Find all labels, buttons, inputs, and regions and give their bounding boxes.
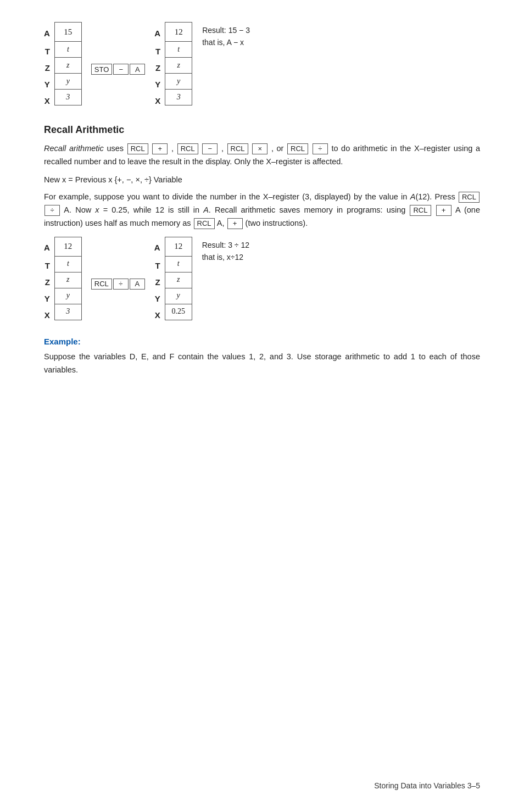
- left-stack-labels-1: A T Z Y X: [44, 22, 52, 109]
- y-label-left-1: Y: [44, 76, 52, 92]
- second-diagram-row: A T Z Y X 12 t z y 3 RCL ÷ A A T Z Y X 1…: [44, 237, 480, 324]
- y-cell-right-2: y: [165, 288, 192, 304]
- example-paragraph: For example, suppose you want to divide …: [44, 191, 480, 230]
- z-cell-right-2: z: [165, 272, 192, 288]
- y-cell-left-2: y: [54, 288, 82, 304]
- t-cell-left-2: t: [54, 256, 82, 272]
- z-label-right-2: Z: [154, 274, 163, 291]
- comma-2: ,: [221, 144, 227, 153]
- minus-key-2[interactable]: −: [202, 143, 218, 154]
- t-cell-left-1: t: [54, 41, 82, 58]
- result-text-1: Result: 15 − 3 that is, A − x: [202, 22, 250, 49]
- result-line2-2: that is, x÷12: [202, 251, 249, 263]
- x-cell-left-1: 3: [54, 89, 82, 105]
- right-stack-group-1: A T Z Y X 12 t z y 3: [154, 22, 192, 109]
- rcl-key-7[interactable]: RCL: [194, 218, 215, 229]
- left-stack-labels-2: A T Z Y X: [44, 237, 52, 324]
- rcl-key-6[interactable]: RCL: [410, 205, 431, 216]
- t-label-left-1: T: [44, 43, 52, 59]
- a-cell-left-1: 15: [54, 22, 82, 42]
- comma-3: , or: [271, 144, 287, 153]
- t-label-right-1: T: [154, 43, 163, 59]
- recall-uses: uses: [107, 144, 126, 153]
- z-label-left-2: Z: [44, 274, 52, 291]
- t-label-left-2: T: [44, 258, 52, 274]
- left-stack-group-1: A T Z Y X 15 t z y 3: [44, 22, 82, 109]
- plus-key-2[interactable]: +: [436, 205, 451, 216]
- x-label-right-2: X: [154, 307, 163, 324]
- div-key-1[interactable]: ÷: [313, 143, 328, 154]
- z-cell-right-1: z: [165, 57, 192, 74]
- rcl-key-8[interactable]: RCL: [91, 279, 112, 290]
- right-stack-labels-2: A T Z Y X: [154, 237, 163, 324]
- t-cell-right-1: t: [165, 41, 192, 58]
- minus-key-1[interactable]: −: [113, 64, 129, 75]
- rcl-key-3[interactable]: RCL: [227, 143, 248, 154]
- x-label-left-1: X: [44, 92, 52, 109]
- comma-1: ,: [171, 144, 177, 153]
- a-label-right-1: A: [154, 23, 163, 43]
- result-line1-2: Result: 3 ÷ 12: [202, 239, 249, 251]
- right-stack-cells-1: 12 t z y 3: [165, 22, 192, 105]
- example-text4: A,: [217, 219, 227, 227]
- y-label-left-2: Y: [44, 291, 52, 307]
- z-cell-left-1: z: [54, 57, 82, 74]
- div-key-2[interactable]: ÷: [44, 205, 60, 216]
- left-stack-cells-2: 12 t z y 3: [54, 237, 82, 320]
- a-cell-left-2: 12: [54, 237, 82, 257]
- first-diagram-row: A T Z Y X 15 t z y 3 STO − A A T Z Y X 1…: [44, 22, 480, 109]
- left-stack-group-2: A T Z Y X 12 t z y 3: [44, 237, 82, 324]
- example-text-begin: For example, suppose you want to divide …: [44, 192, 458, 201]
- div-key-3[interactable]: ÷: [113, 279, 129, 290]
- t-label-right-2: T: [154, 258, 163, 274]
- a-key-1[interactable]: A: [130, 64, 145, 75]
- left-stack-cells-1: 15 t z y 3: [54, 22, 82, 105]
- ops-area-2: RCL ÷ A: [91, 279, 146, 290]
- ops-area-1: STO − A: [91, 64, 146, 75]
- right-stack-cells-2: 12 t z y 0.25: [165, 237, 192, 320]
- example-label: Example:: [44, 337, 480, 346]
- y-cell-left-1: y: [54, 73, 82, 90]
- a-cell-right-1: 12: [165, 22, 192, 42]
- a-label-left-1: A: [44, 23, 52, 43]
- right-stack-group-2: A T Z Y X 12 t z y 0.25: [154, 237, 192, 324]
- x-cell-left-2: 3: [54, 304, 82, 320]
- times-key[interactable]: ×: [252, 143, 267, 154]
- rcl-key-5[interactable]: RCL: [459, 192, 480, 203]
- a-key-2[interactable]: A: [130, 279, 145, 290]
- rcl-key-4[interactable]: RCL: [287, 143, 308, 154]
- rcl-key-2[interactable]: RCL: [177, 143, 198, 154]
- result-text-2: Result: 3 ÷ 12 that is, x÷12: [202, 237, 249, 264]
- example-text2: A. Now x = 0.25, while 12 is still in A.…: [64, 205, 409, 214]
- plus-key-1[interactable]: +: [152, 143, 168, 154]
- formula-line: New x = Previous x {+, −, ×, ÷} Variable: [44, 175, 480, 184]
- y-label-right-2: Y: [154, 291, 163, 307]
- z-label-left-1: Z: [44, 59, 52, 76]
- plus-key-3[interactable]: +: [227, 218, 243, 229]
- a-label-left-2: A: [44, 238, 52, 258]
- section-heading: Recall Arithmetic: [44, 124, 480, 136]
- x-cell-right-1: 3: [165, 89, 192, 105]
- a-cell-right-2: 12: [165, 237, 192, 257]
- z-cell-left-2: z: [54, 272, 82, 288]
- recall-paragraph: Recall arithmetic uses RCL + , RCL − , R…: [44, 142, 480, 169]
- rcl-key-1[interactable]: RCL: [127, 143, 148, 154]
- t-cell-right-2: t: [165, 256, 192, 272]
- example-body: Suppose the variables D, E, and F contai…: [44, 351, 480, 377]
- recall-italic: Recall arithmetic: [44, 144, 104, 153]
- sto-key[interactable]: STO: [91, 64, 113, 75]
- right-stack-labels-1: A T Z Y X: [154, 22, 163, 109]
- page-footer: Storing Data into Variables 3–5: [374, 781, 480, 790]
- result-line1-1: Result: 15 − 3: [202, 24, 250, 36]
- x-label-right-1: X: [154, 92, 163, 109]
- a-label-right-2: A: [154, 238, 163, 258]
- z-label-right-1: Z: [154, 59, 163, 76]
- x-cell-right-2: 0.25: [165, 304, 192, 320]
- example-text5: (two instructions).: [246, 219, 308, 227]
- x-label-left-2: X: [44, 307, 52, 324]
- y-label-right-1: Y: [154, 76, 163, 92]
- y-cell-right-1: y: [165, 73, 192, 90]
- result-line2-1: that is, A − x: [202, 36, 250, 48]
